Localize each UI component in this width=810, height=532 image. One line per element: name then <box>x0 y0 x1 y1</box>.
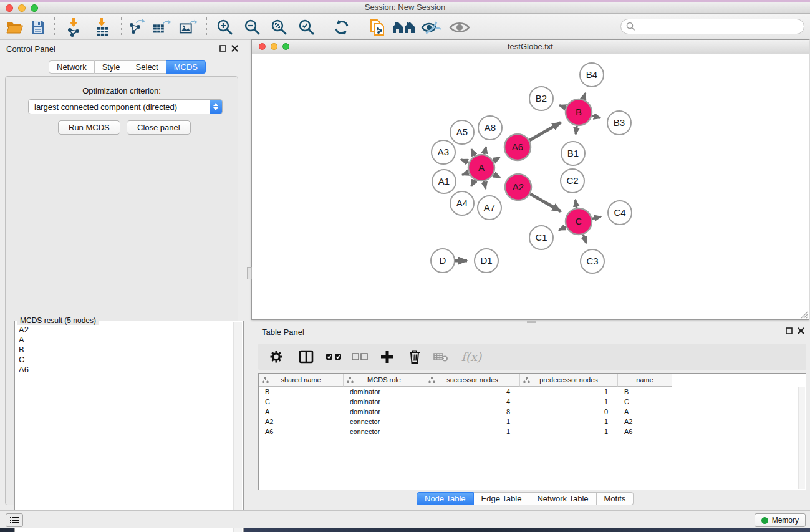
result-scrollbar[interactable] <box>233 322 242 532</box>
node-B2[interactable]: B2 <box>529 87 553 110</box>
edge-A-A2[interactable] <box>493 174 499 177</box>
node-A8[interactable]: A8 <box>478 116 502 140</box>
table-settings-icon[interactable] <box>267 347 286 366</box>
tab-motifs[interactable]: Motifs <box>597 492 634 505</box>
criterion-dropdown[interactable]: largest connected component (directed) <box>28 99 223 114</box>
close-window-button[interactable] <box>6 4 13 12</box>
delete-column-icon[interactable] <box>405 347 424 366</box>
table-close-panel-icon[interactable] <box>798 327 804 334</box>
node-C2[interactable]: C2 <box>561 169 584 193</box>
table-scrollbar[interactable] <box>798 387 805 489</box>
hide-selected-icon[interactable] <box>420 18 441 37</box>
node-table[interactable]: shared nameMCDS rolesuccessor nodesprede… <box>258 373 806 490</box>
result-item-a6[interactable]: A6 <box>16 365 232 375</box>
zoom-window-button[interactable] <box>31 4 38 12</box>
export-image-icon[interactable] <box>179 18 198 37</box>
search-field[interactable] <box>620 19 804 34</box>
function-builder-icon[interactable]: f(x) <box>458 347 485 366</box>
table-row[interactable]: A2connector11A2 <box>259 417 806 427</box>
column-header-shared-name[interactable]: shared name <box>259 374 344 387</box>
show-all-icon[interactable] <box>448 18 471 37</box>
edge-B-B4[interactable] <box>583 93 585 99</box>
splitter-handle-horizontal[interactable] <box>527 321 536 323</box>
network-canvas[interactable]: AA1A2A3A4A5A6A7A8BB1B2B3B4CC1C2C3C4DD1 <box>252 54 809 319</box>
edge-C-C4[interactable] <box>592 216 601 218</box>
minimize-window-button[interactable] <box>18 4 26 12</box>
memory-button[interactable]: Memory <box>755 513 806 527</box>
network-close-button[interactable] <box>259 43 266 50</box>
select-all-icon[interactable] <box>324 347 343 366</box>
save-session-icon[interactable] <box>29 18 47 37</box>
node-D[interactable]: D <box>431 249 455 273</box>
node-A1[interactable]: A1 <box>432 170 456 193</box>
node-A[interactable]: A <box>468 155 494 181</box>
table-row[interactable]: A6connector11A6 <box>259 427 806 437</box>
show-columns-icon[interactable] <box>297 347 316 366</box>
tab-mcds[interactable]: MCDS <box>166 60 206 74</box>
edge-A-A3[interactable] <box>461 160 469 163</box>
search-input[interactable] <box>635 22 804 31</box>
edge-A-A6[interactable] <box>493 157 499 161</box>
resize-grip-icon[interactable] <box>799 310 808 319</box>
float-panel-icon[interactable] <box>219 45 226 52</box>
edge-A-A4[interactable] <box>471 180 475 186</box>
zoom-in-icon[interactable] <box>216 18 234 37</box>
node-A2[interactable]: A2 <box>505 174 531 200</box>
node-A4[interactable]: A4 <box>450 191 474 215</box>
node-C1[interactable]: C1 <box>529 226 553 249</box>
edge-C-C3[interactable] <box>583 235 586 243</box>
zoom-out-icon[interactable] <box>243 18 262 37</box>
node-A5[interactable]: A5 <box>450 120 474 144</box>
result-item-b[interactable]: B <box>16 345 232 355</box>
edge-C-C1[interactable] <box>559 227 566 230</box>
import-table-icon[interactable] <box>94 18 112 37</box>
edge-B-B2[interactable] <box>559 105 566 108</box>
edge-A-A1[interactable] <box>462 173 468 175</box>
network-minimize-button[interactable] <box>271 43 277 50</box>
table-row[interactable]: Adominator80A <box>259 407 806 417</box>
node-A3[interactable]: A3 <box>432 140 455 164</box>
refresh-icon[interactable] <box>332 18 351 37</box>
table-float-panel-icon[interactable] <box>786 327 793 334</box>
edge-A2-C[interactable] <box>530 194 561 211</box>
network-window-titlebar[interactable]: testGlobe.txt <box>252 40 809 54</box>
node-B[interactable]: B <box>566 99 592 125</box>
export-table-icon[interactable] <box>152 18 171 37</box>
tab-select[interactable]: Select <box>128 60 166 74</box>
add-column-icon[interactable] <box>378 347 397 366</box>
zoom-fit-icon[interactable] <box>270 18 289 37</box>
node-B4[interactable]: B4 <box>580 63 604 87</box>
open-file-icon[interactable] <box>6 18 24 37</box>
close-panel-button[interactable]: Close panel <box>127 120 191 135</box>
node-D1[interactable]: D1 <box>475 249 498 273</box>
edge-A-A8[interactable] <box>485 147 486 154</box>
result-item-a2[interactable]: A2 <box>16 325 232 335</box>
node-C4[interactable]: C4 <box>608 201 632 225</box>
result-item-a[interactable]: A <box>16 335 232 345</box>
deselect-all-icon[interactable] <box>350 347 369 366</box>
mcds-result-list[interactable]: A2ABCA6 <box>16 325 232 532</box>
tab-network[interactable]: Network <box>49 60 95 74</box>
first-neighbors-icon[interactable] <box>392 18 416 37</box>
edge-B-B1[interactable] <box>576 126 577 134</box>
node-C3[interactable]: C3 <box>581 249 604 273</box>
node-C[interactable]: C <box>566 208 592 235</box>
close-panel-icon[interactable] <box>231 45 238 52</box>
run-mcds-button[interactable]: Run MCDS <box>58 120 120 135</box>
zoom-selected-icon[interactable] <box>297 18 316 37</box>
column-header-name[interactable]: name <box>618 374 672 387</box>
table-row[interactable]: Cdominator41C <box>259 397 806 407</box>
tab-style[interactable]: Style <box>95 60 128 74</box>
duplicate-network-icon[interactable] <box>368 18 387 37</box>
edge-B-B3[interactable] <box>592 116 600 118</box>
task-history-button[interactable] <box>6 513 23 527</box>
tab-edge-table[interactable]: Edge Table <box>474 492 530 505</box>
network-zoom-button[interactable] <box>282 43 289 50</box>
edge-A-A7[interactable] <box>484 181 485 189</box>
tab-node-table[interactable]: Node Table <box>417 492 474 505</box>
table-row[interactable]: Bdominator41B <box>259 387 806 397</box>
node-A6[interactable]: A6 <box>504 134 531 160</box>
delete-table-icon[interactable] <box>432 347 450 366</box>
node-B1[interactable]: B1 <box>561 142 585 165</box>
column-header-mcds-role[interactable]: MCDS role <box>344 374 425 387</box>
